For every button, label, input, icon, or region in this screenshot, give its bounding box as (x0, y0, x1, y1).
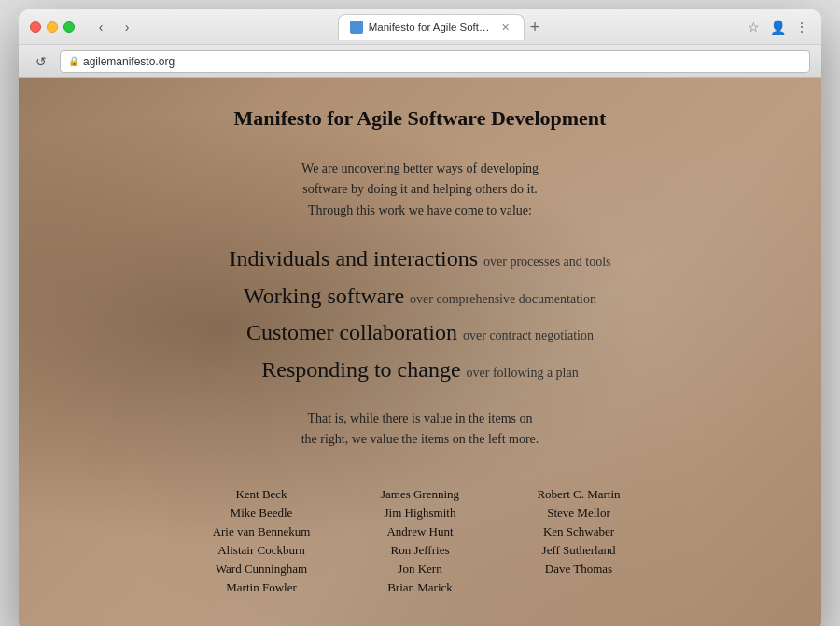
sig-ken-schwaber: Ken Schwaber (543, 524, 614, 539)
page-title: Manifesto for Agile Software Development (159, 106, 681, 131)
value-small-2: over comprehensive documentation (410, 290, 596, 309)
address-bar-row: ↺ 🔒 agilemanifesto.org (19, 45, 821, 78)
bookmark-icon[interactable]: ☆ (745, 19, 762, 35)
page-content: Manifesto for Agile Software Development… (19, 78, 821, 626)
tab-title: Manifesto for Agile Software D… (369, 21, 494, 33)
intro-text: We are uncovering better ways of develop… (159, 159, 681, 221)
nav-buttons: ‹ › (90, 17, 138, 37)
maximize-button[interactable] (63, 21, 75, 33)
sig-robert-martin: Robert C. Martin (537, 487, 620, 502)
sig-dave-thomas: Dave Thomas (545, 562, 612, 577)
tab-close-icon[interactable]: ✕ (499, 21, 512, 34)
sig-col-3: Robert C. Martin Steve Mellor Ken Schwab… (504, 487, 653, 595)
minimize-button[interactable] (47, 21, 58, 33)
sig-jim-highsmith: Jim Highsmith (385, 506, 456, 521)
value-line-2: Working software over comprehensive docu… (159, 281, 681, 313)
sig-arie-van-bennekum: Arie van Bennekum (213, 524, 311, 539)
value-small-4: over following a plan (467, 364, 579, 383)
sig-martin-fowler: Martin Fowler (226, 580, 296, 595)
value-big-3: Customer collaboration (246, 317, 457, 349)
value-small-1: over processes and tools (483, 253, 610, 271)
value-line-1: Individuals and interactions over proces… (159, 243, 681, 275)
profile-icon[interactable]: 👤 (769, 19, 786, 35)
values-section: Individuals and interactions over proces… (159, 243, 681, 385)
traffic-lights (30, 21, 75, 33)
reload-button[interactable]: ↺ (30, 51, 52, 72)
sig-jon-kern: Jon Kern (398, 562, 441, 577)
sig-col-1: Kent Beck Mike Beedle Arie van Bennekum … (187, 487, 336, 595)
toolbar-icons: ☆ 👤 ⋮ (745, 19, 810, 35)
forward-button[interactable]: › (116, 17, 138, 37)
tab-bar: Manifesto for Agile Software D… ✕ + (146, 14, 737, 40)
value-small-3: over contract negotiation (463, 327, 594, 345)
signatories: Kent Beck Mike Beedle Arie van Bennekum … (187, 487, 653, 595)
sig-ward-cunningham: Ward Cunningham (216, 562, 307, 577)
sig-col-2: James Grenning Jim Highsmith Andrew Hunt… (345, 487, 495, 595)
sig-andrew-hunt: Andrew Hunt (386, 524, 453, 539)
value-line-4: Responding to change over following a pl… (159, 355, 681, 386)
lock-icon: 🔒 (68, 56, 79, 66)
value-big-4: Responding to change (261, 355, 460, 386)
menu-icon[interactable]: ⋮ (793, 19, 810, 35)
tab-favicon (350, 21, 363, 34)
back-button[interactable]: ‹ (90, 17, 112, 37)
url-text: agilemanifesto.org (83, 55, 802, 68)
value-big-2: Working software (244, 281, 404, 313)
sig-ron-jeffries: Ron Jeffries (391, 543, 450, 558)
sig-james-grenning: James Grenning (381, 487, 459, 502)
footnote-text: That is, while there is value in the ite… (159, 409, 681, 451)
titlebar: ‹ › Manifesto for Agile Software D… ✕ + … (19, 9, 821, 45)
sig-steve-mellor: Steve Mellor (547, 506, 610, 521)
new-tab-button[interactable]: + (525, 19, 546, 35)
browser-window: ‹ › Manifesto for Agile Software D… ✕ + … (19, 9, 821, 626)
sig-empty (577, 580, 580, 595)
content-box: Manifesto for Agile Software Development… (140, 78, 700, 626)
sig-brian-marick: Brian Marick (387, 580, 453, 595)
sig-kent-beck: Kent Beck (235, 487, 287, 502)
active-tab[interactable]: Manifesto for Agile Software D… ✕ (338, 14, 525, 40)
address-bar[interactable]: 🔒 agilemanifesto.org (60, 50, 810, 73)
close-button[interactable] (30, 21, 41, 33)
sig-alistair-cockburn: Alistair Cockburn (217, 543, 305, 558)
sig-jeff-sutherland: Jeff Sutherland (542, 543, 616, 558)
value-big-1: Individuals and interactions (229, 243, 478, 275)
sig-mike-beedle: Mike Beedle (231, 506, 293, 521)
value-line-3: Customer collaboration over contract neg… (159, 317, 681, 349)
